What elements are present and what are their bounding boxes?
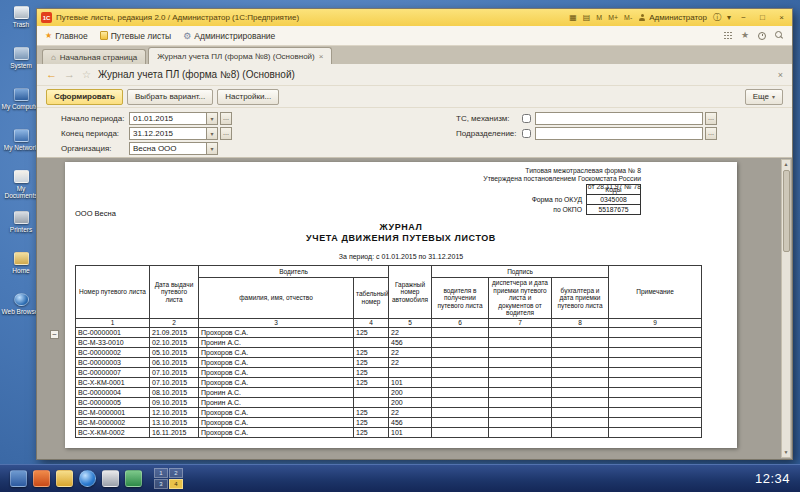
calculator-icon[interactable]: ▦ (569, 14, 577, 22)
settings-app-icon[interactable] (125, 470, 142, 487)
cell-sign-dispatcher[interactable] (489, 397, 552, 407)
cell-sign-driver[interactable] (432, 417, 489, 427)
cell-issue-date[interactable]: 16.11.2015 (150, 427, 199, 437)
cell-sign-dispatcher[interactable] (489, 417, 552, 427)
cell-note[interactable] (609, 387, 702, 397)
menu-item-waybills[interactable]: Путевые листы (100, 31, 172, 41)
cell-driver-name[interactable]: Прохоров С.А. (199, 347, 354, 357)
history-icon[interactable] (758, 32, 766, 40)
cell-sign-driver[interactable] (432, 377, 489, 387)
cell-note[interactable] (609, 407, 702, 417)
memory-m-plus-button[interactable]: М+ (608, 14, 618, 21)
cell-driver-name[interactable]: Прохоров С.А. (199, 417, 354, 427)
scroll-up-icon[interactable]: ▲ (782, 160, 790, 169)
okpo-value[interactable]: 55187675 (587, 205, 641, 215)
memory-m-minus-button[interactable]: М- (624, 14, 632, 21)
table-row[interactable]: ВС-00000001 21.09.2015 Прохоров С.А. 125… (76, 327, 702, 337)
cell-tab-number[interactable]: 125 (354, 357, 389, 367)
menu-item-main[interactable]: ★ Главное (45, 31, 88, 41)
cell-garage-number[interactable]: 22 (389, 347, 432, 357)
cell-sign-accountant[interactable] (552, 337, 609, 347)
cell-waybill-number[interactable]: ВС-00000005 (76, 397, 150, 407)
cell-sign-dispatcher[interactable] (489, 427, 552, 437)
cell-sign-driver[interactable] (432, 407, 489, 417)
cell-driver-name[interactable]: Прохоров С.А. (199, 327, 354, 337)
cell-garage-number[interactable]: 22 (389, 407, 432, 417)
forward-arrow-icon[interactable]: → (64, 69, 75, 80)
cell-sign-driver[interactable] (432, 357, 489, 367)
cell-sign-accountant[interactable] (552, 407, 609, 417)
cell-issue-date[interactable]: 07.10.2015 (150, 367, 199, 377)
workspace-1[interactable]: 1 (154, 468, 168, 478)
close-form-icon[interactable]: × (778, 70, 783, 80)
cell-sign-dispatcher[interactable] (489, 367, 552, 377)
cell-issue-date[interactable]: 02.10.2015 (150, 337, 199, 347)
close-tab-icon[interactable]: × (319, 52, 324, 61)
cell-tab-number[interactable]: 125 (354, 367, 389, 377)
cell-driver-name[interactable]: Прохоров С.А. (199, 357, 354, 367)
organization-dropdown-icon[interactable]: ▾ (207, 142, 218, 155)
cell-note[interactable] (609, 377, 702, 387)
period-end-picker-button[interactable]: ... (220, 127, 232, 140)
period-end-input[interactable] (129, 127, 207, 140)
cell-waybill-number[interactable]: ВС-Х-КМ-0001 (76, 377, 150, 387)
cell-waybill-number[interactable]: ВС-М-0000002 (76, 417, 150, 427)
cell-tab-number[interactable]: 125 (354, 417, 389, 427)
vehicle-picker-button[interactable]: ... (705, 112, 717, 125)
organization-name[interactable]: ООО Весна (75, 209, 116, 218)
cell-note[interactable] (609, 337, 702, 347)
table-row[interactable]: ВС-Х-КМ-0002 16.11.2015 Прохоров С.А. 12… (76, 427, 702, 437)
cell-note[interactable] (609, 397, 702, 407)
cell-sign-driver[interactable] (432, 397, 489, 407)
table-row[interactable]: ВС-М-0000002 13.10.2015 Прохоров С.А. 12… (76, 417, 702, 427)
cell-sign-driver[interactable] (432, 367, 489, 377)
cell-sign-accountant[interactable] (552, 327, 609, 337)
workspace-4[interactable]: 4 (169, 479, 183, 489)
vehicle-input[interactable] (535, 112, 703, 125)
cell-driver-name[interactable]: Пронин А.С. (199, 337, 354, 347)
cell-waybill-number[interactable]: ВС-00000001 (76, 327, 150, 337)
cell-waybill-number[interactable]: ВС-00000002 (76, 347, 150, 357)
cell-tab-number[interactable]: 125 (354, 427, 389, 437)
add-to-favorites-icon[interactable]: ☆ (82, 70, 91, 80)
memory-m-button[interactable]: М (596, 14, 602, 21)
cell-driver-name[interactable]: Прохоров С.А. (199, 377, 354, 387)
cell-sign-driver[interactable] (432, 387, 489, 397)
cell-garage-number[interactable]: 200 (389, 387, 432, 397)
titlebar[interactable]: 1С Путевые листы, редакция 2.0 / Админис… (37, 9, 792, 26)
cell-garage-number[interactable] (389, 367, 432, 377)
settings-button[interactable]: Настройки... (217, 89, 279, 105)
cell-driver-name[interactable]: Прохоров С.А. (199, 407, 354, 417)
scrollbar-thumb[interactable] (783, 170, 790, 252)
minimize-button[interactable]: − (737, 14, 750, 22)
okud-value[interactable]: 0345008 (587, 195, 641, 205)
cell-garage-number[interactable]: 456 (389, 337, 432, 347)
cell-issue-date[interactable]: 06.10.2015 (150, 357, 199, 367)
tab-waybill-journal[interactable]: Журнал учета ПЛ (форма №8) (Основной) × (148, 47, 332, 64)
table-row[interactable]: ВС-00000003 06.10.2015 Прохоров С.А. 125… (76, 357, 702, 367)
cell-tab-number[interactable]: 125 (354, 327, 389, 337)
cell-note[interactable] (609, 427, 702, 437)
table-row[interactable]: ВС-Х-КМ-0001 07.10.2015 Прохоров С.А. 12… (76, 377, 702, 387)
favorites-icon[interactable]: ★ (741, 31, 749, 40)
cell-sign-dispatcher[interactable] (489, 327, 552, 337)
table-row[interactable]: ВС-00000005 09.10.2015 Пронин А.С. 200 (76, 397, 702, 407)
cell-garage-number[interactable]: 101 (389, 377, 432, 387)
cell-issue-date[interactable]: 09.10.2015 (150, 397, 199, 407)
web-browser-icon[interactable] (79, 470, 96, 487)
cell-note[interactable] (609, 357, 702, 367)
cell-sign-dispatcher[interactable] (489, 357, 552, 367)
table-row[interactable]: ВС-00000007 07.10.2015 Прохоров С.А. 125 (76, 367, 702, 377)
workspace-3[interactable]: 3 (154, 479, 168, 489)
cell-waybill-number[interactable]: ВС-00000007 (76, 367, 150, 377)
cell-sign-driver[interactable] (432, 427, 489, 437)
cell-garage-number[interactable]: 22 (389, 357, 432, 367)
search-icon[interactable] (775, 31, 784, 40)
app-launcher-icon[interactable] (33, 470, 50, 487)
cell-waybill-number[interactable]: ВС-00000004 (76, 387, 150, 397)
cell-sign-accountant[interactable] (552, 367, 609, 377)
cell-tab-number[interactable]: 125 (354, 347, 389, 357)
table-row[interactable]: ВС-00000004 08.10.2015 Пронин А.С. 200 (76, 387, 702, 397)
vehicle-checkbox[interactable] (522, 114, 531, 123)
cell-sign-dispatcher[interactable] (489, 407, 552, 417)
